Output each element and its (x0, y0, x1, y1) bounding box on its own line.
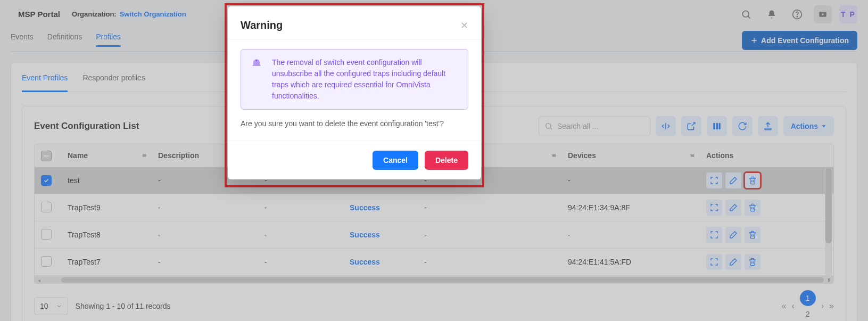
cell-extra2: - (418, 249, 561, 276)
page-number[interactable]: 2 (800, 306, 816, 321)
cell-extra1: - (258, 221, 343, 249)
page-prev-icon[interactable]: ‹ (791, 301, 794, 311)
delete-icon[interactable] (745, 254, 760, 270)
svg-marker-15 (822, 125, 826, 127)
cell-description: - (152, 194, 258, 221)
external-link-icon[interactable] (681, 116, 701, 136)
cell-devices: 94:24:E1:41:5A:FD (561, 249, 700, 276)
column-menu-icon[interactable]: ≡ (552, 151, 556, 160)
bell-icon[interactable] (763, 5, 781, 23)
card-title: Event Configuration List (34, 121, 139, 131)
row-checkbox[interactable] (41, 256, 52, 267)
svg-point-8 (545, 124, 550, 128)
horizontal-scrollbar[interactable]: ◂▸ (35, 276, 833, 283)
tab-events[interactable]: Events (11, 32, 34, 46)
add-event-configuration-button[interactable]: Add Event Configuration (742, 31, 857, 50)
svg-rect-12 (716, 123, 718, 129)
search-input[interactable]: Search all ... (539, 116, 650, 136)
autosize-columns-icon[interactable] (656, 116, 676, 136)
row-checkbox[interactable] (41, 202, 52, 212)
brand: MSP Portal (18, 10, 60, 19)
export-icon[interactable] (758, 116, 778, 136)
col-name: Name (68, 151, 88, 160)
tab-profiles[interactable]: Profiles (96, 32, 121, 46)
page-first-icon[interactable]: « (782, 301, 787, 311)
actions-dropdown-label: Actions (791, 122, 818, 130)
tab-responder-profiles[interactable]: Responder profiles (82, 73, 145, 92)
col-actions: Actions (706, 151, 733, 160)
close-icon[interactable]: ✕ (460, 20, 468, 31)
cell-extra2: - (418, 194, 561, 221)
table-row[interactable]: TrapTest7--Success-94:24:E1:41:5A:FD (35, 249, 833, 276)
col-devices: Devices (568, 151, 596, 160)
delete-icon[interactable] (745, 200, 760, 216)
cell-name: TrapTest7 (61, 249, 152, 276)
edit-icon[interactable] (725, 227, 741, 243)
tab-definitions[interactable]: Definitions (47, 32, 82, 46)
cell-name: TrapTest9 (61, 194, 152, 221)
actions-dropdown[interactable]: Actions (783, 116, 834, 136)
expand-icon[interactable] (706, 254, 722, 270)
table-row[interactable]: TrapTest8--Success-- (35, 221, 833, 249)
col-description: Description (158, 151, 199, 160)
column-menu-icon[interactable]: ≡ (142, 151, 146, 160)
cancel-button[interactable]: Cancel (373, 151, 418, 170)
cell-status[interactable]: Success (343, 194, 418, 221)
row-checkbox[interactable] (41, 229, 52, 240)
delete-button[interactable]: Delete (425, 151, 468, 170)
svg-rect-13 (718, 123, 720, 129)
cell-devices: - (561, 167, 700, 194)
edit-icon[interactable] (725, 172, 741, 188)
expand-icon[interactable] (706, 172, 722, 188)
modal-confirm-text: Are you sure you want to delete the even… (241, 119, 468, 128)
delete-icon[interactable] (745, 172, 760, 188)
row-checkbox[interactable] (41, 175, 52, 186)
page-next-icon[interactable]: › (821, 301, 824, 311)
modal-alert-text: The removal of switch event configuratio… (272, 57, 459, 102)
cell-description: - (152, 249, 258, 276)
search-placeholder: Search all ... (557, 122, 599, 130)
search-icon[interactable] (737, 5, 755, 23)
records-summary: Showing 1 - 10 of 11 records (76, 302, 171, 310)
svg-rect-11 (713, 123, 715, 129)
svg-point-0 (742, 11, 749, 17)
column-menu-icon[interactable]: ≡ (690, 151, 695, 160)
svg-line-9 (550, 128, 552, 129)
vertical-scrollbar[interactable]: ▾ (825, 168, 832, 276)
page-size-value: 10 (40, 302, 48, 310)
page-last-icon[interactable]: » (829, 301, 834, 311)
modal-title: Warning (241, 19, 283, 31)
edit-icon[interactable] (725, 200, 741, 216)
cell-extra2: - (418, 221, 561, 249)
modal-alert: The removal of switch event configuratio… (241, 49, 468, 110)
table-row[interactable]: TrapTest9--Success-94:24:E1:34:9A:8F (35, 194, 833, 221)
select-all-checkbox[interactable] (41, 151, 52, 161)
avatar[interactable]: T P (839, 5, 857, 23)
cell-status[interactable]: Success (343, 221, 418, 249)
page-size-select[interactable]: 10 (34, 297, 68, 315)
cell-devices: - (561, 221, 700, 249)
warning-modal: Warning ✕ The removal of switch event co… (228, 6, 481, 179)
svg-point-16 (256, 60, 257, 61)
svg-rect-14 (765, 128, 771, 130)
cell-description: - (152, 221, 258, 249)
cell-name: TrapTest8 (61, 221, 152, 249)
alert-icon (250, 57, 263, 71)
help-icon[interactable] (788, 5, 806, 23)
switch-organization-link[interactable]: Switch Organization (120, 10, 186, 18)
cell-extra1: - (258, 249, 343, 276)
expand-icon[interactable] (706, 200, 722, 216)
cell-name: test (61, 167, 152, 194)
page-number[interactable]: 1 (800, 290, 816, 306)
delete-icon[interactable] (745, 227, 760, 243)
pagination: « ‹ 12 › » (782, 290, 834, 321)
apps-icon[interactable] (814, 5, 832, 23)
columns-icon[interactable] (707, 116, 727, 136)
svg-line-1 (748, 16, 750, 18)
expand-icon[interactable] (706, 227, 722, 243)
organization-label: Organization: (72, 10, 117, 18)
refresh-icon[interactable] (732, 116, 753, 136)
tab-event-profiles[interactable]: Event Profiles (22, 73, 68, 92)
cell-status[interactable]: Success (343, 249, 418, 276)
edit-icon[interactable] (725, 254, 741, 270)
